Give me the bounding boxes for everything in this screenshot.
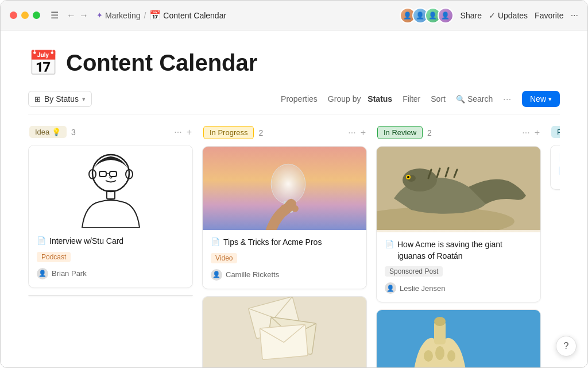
svg-point-24 [447, 350, 455, 362]
column-header-published: Publ [550, 126, 560, 138]
column-header-idea: Idea 💡 3 ··· + [28, 126, 193, 138]
maximize-button[interactable] [33, 12, 40, 19]
search-label: Search [467, 94, 493, 103]
col-more-button[interactable]: ··· [522, 128, 529, 138]
card-tags: Blo [559, 166, 560, 175]
card-title-row: 📄 [559, 152, 560, 162]
author-avatar: 👤 [211, 269, 222, 281]
more-options-button[interactable]: ··· [571, 10, 578, 21]
author-name: Brian Park [52, 269, 87, 278]
share-button[interactable]: Share [461, 11, 482, 20]
col-count-inprogress: 2 [258, 128, 263, 137]
card-tips-tricks[interactable]: 📄 Tips & Tricks for Acme Pros Video 👤 Ca… [202, 146, 367, 289]
new-button[interactable]: New ▾ [522, 91, 560, 107]
updates-label: Updates [498, 11, 528, 20]
author-avatar: 👤 [37, 268, 48, 279]
sparkle-icon: ✦ [96, 11, 103, 20]
col-actions-idea: ··· + [174, 127, 192, 137]
author-name: Leslie Jensen [400, 284, 446, 293]
more-toolbar-button[interactable]: ··· [503, 94, 512, 103]
col-more-button[interactable]: ··· [348, 128, 355, 138]
avatar[interactable]: 👤 [438, 7, 454, 24]
card-body: 📄 How Acme is saving the giant iguanas o… [377, 232, 540, 302]
new-label: New [530, 94, 546, 103]
doc-icon: 📄 [37, 236, 46, 245]
favorite-button[interactable]: Favorite [535, 11, 564, 20]
col-actions-inreview: ··· + [522, 128, 540, 138]
card-meta: 👤 Leslie Jensen [385, 282, 532, 294]
page-content: 📅 Content Calendar ⊞ By Status ▾ Propert… [1, 30, 587, 368]
page-title-icon: 📅 [28, 49, 58, 77]
svg-point-22 [424, 350, 433, 362]
kanban-board: Idea 💡 3 ··· + [28, 124, 560, 368]
svg-point-9 [280, 205, 288, 213]
card-tags: Video [211, 253, 358, 263]
author-name: Camille Ricketts [226, 270, 279, 279]
view-icon: ⊞ [34, 95, 41, 103]
card-building[interactable] [376, 309, 541, 368]
status-badge-published: Publ [551, 126, 560, 138]
close-button[interactable] [10, 12, 17, 19]
group-by-prefix: Group by [328, 94, 361, 103]
minimize-button[interactable] [21, 12, 29, 19]
group-by-button[interactable]: Group by Status [328, 94, 392, 103]
card-published[interactable]: 📄 Blo [550, 145, 560, 190]
search-button[interactable]: 🔍 Search [456, 94, 493, 103]
toolbar-left: ⊞ By Status ▾ [28, 91, 92, 107]
svg-point-26 [434, 317, 446, 326]
card-envelopes[interactable] [202, 296, 367, 368]
breadcrumb-separator: / [144, 11, 146, 20]
doc-icon: 📄 [211, 237, 220, 246]
sort-button[interactable]: Sort [431, 94, 446, 103]
page-name[interactable]: Content Calendar [163, 11, 226, 20]
svg-rect-2 [110, 171, 117, 177]
forward-button[interactable]: → [79, 10, 88, 21]
view-selector-button[interactable]: ⊞ By Status ▾ [28, 91, 92, 107]
svg-point-20 [407, 176, 409, 178]
tag-podcast: Podcast [37, 252, 71, 262]
toolbar-center: Properties Group by Status Filter Sort 🔍… [281, 91, 560, 107]
card-golf[interactable] [28, 295, 193, 296]
author-avatar: 👤 [385, 282, 396, 294]
col-add-button[interactable]: + [361, 128, 366, 138]
status-badge-inreview: In Review [377, 126, 423, 139]
col-add-button[interactable]: + [535, 128, 540, 138]
tag-sponsored: Sponsored Post [385, 266, 443, 277]
column-header-inreview: In Review 2 ··· + [376, 126, 541, 139]
help-button[interactable]: ? [556, 336, 577, 356]
card-tags: Sponsored Post [385, 266, 532, 277]
card-interview-stu[interactable]: 📄 Interview w/Stu Card Podcast 👤 Brian P… [28, 145, 193, 288]
back-button[interactable]: ← [67, 10, 76, 21]
hamburger-icon[interactable]: ☰ [51, 10, 59, 21]
window-controls [10, 12, 40, 19]
column-inreview: In Review 2 ··· + [376, 126, 541, 368]
svg-point-7 [271, 164, 305, 204]
column-header-inprogress: In Progress 2 ··· + [202, 126, 367, 139]
check-icon: ✓ [489, 11, 496, 20]
card-image-iguana [377, 147, 540, 232]
card-title: How Acme is saving the giant iguanas of … [397, 239, 532, 262]
col-actions-inprogress: ··· + [348, 128, 366, 138]
col-more-button[interactable]: ··· [174, 127, 181, 137]
column-idea: Idea 💡 3 ··· + [28, 126, 193, 368]
chevron-down-icon: ▾ [82, 95, 86, 103]
column-published-partial: Publ 📄 Blo [550, 126, 560, 368]
updates-button[interactable]: ✓ Updates [489, 11, 528, 20]
search-icon: 🔍 [456, 95, 465, 103]
col-add-button[interactable]: + [187, 127, 192, 137]
properties-button[interactable]: Properties [281, 94, 318, 103]
card-meta: 👤 Brian Park [37, 268, 184, 279]
card-body: 📄 Tips & Tricks for Acme Pros Video 👤 Ca… [203, 230, 366, 289]
card-iguanas[interactable]: 📄 How Acme is saving the giant iguanas o… [376, 146, 541, 302]
card-body: 📄 Blo [551, 145, 560, 189]
doc-icon: 📄 [559, 153, 560, 162]
column-inprogress: In Progress 2 ··· + [202, 126, 367, 368]
card-image-lightbulb [203, 147, 366, 230]
page-title-row: 📅 Content Calendar [28, 49, 560, 77]
view-label: By Status [44, 94, 79, 103]
card-title: Tips & Tricks for Acme Pros [223, 237, 322, 248]
workspace-name[interactable]: Marketing [105, 11, 140, 20]
filter-button[interactable]: Filter [403, 94, 420, 103]
card-title-row: 📄 Interview w/Stu Card [37, 236, 184, 247]
card-tags: Podcast [37, 252, 184, 262]
